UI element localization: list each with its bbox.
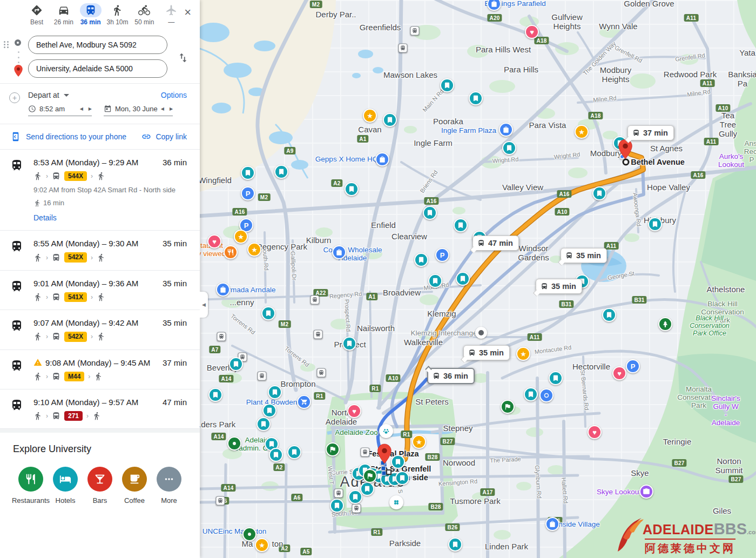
- route-option-5[interactable]: 9:08 AM (Monday) – 9:45 AM37 min›M44›: [0, 350, 200, 389]
- train-station-icon[interactable]: [310, 295, 320, 305]
- favorite-heart-pin[interactable]: ♥: [588, 425, 602, 439]
- route-duration-badge[interactable]: 37 min: [627, 125, 674, 140]
- saved-place-pin[interactable]: [383, 113, 397, 127]
- starred-pin[interactable]: ★: [255, 538, 269, 552]
- date-next-button[interactable]: ▶: [170, 106, 173, 111]
- green-dot-pin[interactable]: [242, 527, 256, 541]
- saved-place-pin[interactable]: [262, 404, 276, 418]
- starred-pin[interactable]: ★: [575, 125, 589, 139]
- green-dot-pin[interactable]: [227, 436, 241, 451]
- red-location-pin[interactable]: [618, 138, 633, 160]
- route-duration-badge[interactable]: 35 min: [561, 248, 607, 263]
- favorite-heart-pin[interactable]: ♥: [207, 234, 221, 248]
- saved-place-pin[interactable]: [342, 337, 356, 351]
- starred-pin[interactable]: ★: [412, 435, 426, 449]
- origin-input[interactable]: [28, 36, 167, 54]
- saved-place-pin[interactable]: [287, 445, 301, 459]
- saved-place-pin[interactable]: [440, 78, 454, 92]
- blue-poi-pin[interactable]: [539, 388, 554, 402]
- shopping-pin[interactable]: [216, 283, 230, 297]
- shopping-pin[interactable]: [545, 517, 559, 531]
- saved-place-pin[interactable]: [524, 387, 538, 401]
- explore-category-coffee[interactable]: Coffee: [118, 467, 151, 505]
- park-office-pin[interactable]: [658, 317, 672, 331]
- saved-place-pin[interactable]: [256, 417, 271, 431]
- shopping-pin[interactable]: [499, 123, 513, 137]
- saved-place-pin[interactable]: [454, 218, 468, 232]
- travel-mode-best[interactable]: Best: [25, 3, 49, 26]
- map-canvas[interactable]: Derby Par..GreenfieldsMawson LakesPoorak…: [200, 0, 756, 558]
- saved-place-pin[interactable]: [469, 91, 483, 105]
- shopping-pin[interactable]: [375, 152, 389, 166]
- explore-category-restaurants[interactable]: Restaurants: [14, 467, 48, 505]
- transit-stop-square[interactable]: [386, 469, 392, 475]
- starred-pin[interactable]: ★: [247, 243, 261, 257]
- explore-category-bars[interactable]: Bars: [83, 467, 117, 505]
- drag-handle-icon[interactable]: [4, 41, 11, 46]
- flag-pin[interactable]: [363, 469, 377, 483]
- parking-pin[interactable]: P: [435, 248, 449, 262]
- saved-place-pin[interactable]: [423, 206, 437, 220]
- copy-link-button[interactable]: Copy link: [141, 132, 187, 142]
- saved-place-pin[interactable]: [345, 182, 359, 196]
- interchange-stop-icon[interactable]: [475, 327, 487, 339]
- depart-at-dropdown[interactable]: Depart at: [28, 91, 59, 99]
- garden-pin[interactable]: [389, 495, 403, 509]
- saved-place-pin[interactable]: [648, 217, 662, 231]
- route-duration-badge[interactable]: 35 min: [463, 345, 510, 360]
- route-details-link[interactable]: Details: [33, 213, 57, 222]
- train-station-icon[interactable]: [216, 496, 225, 506]
- saved-place-pin[interactable]: [391, 455, 405, 469]
- saved-place-pin[interactable]: [269, 448, 283, 462]
- saved-place-pin[interactable]: [261, 306, 275, 320]
- route-option-6[interactable]: 9:10 AM (Monday) – 9:57 AM47 min›271›: [0, 389, 200, 429]
- route-duration-badge[interactable]: 35 min: [536, 279, 582, 294]
- options-link[interactable]: Options: [161, 91, 187, 99]
- date-stepper[interactable]: Mon, 30 June ◀▶: [104, 105, 173, 116]
- favorite-heart-pin[interactable]: ♥: [347, 404, 361, 418]
- zoo-paw-pin[interactable]: [379, 424, 393, 438]
- train-station-icon[interactable]: [334, 489, 343, 498]
- saved-place-pin[interactable]: [241, 166, 255, 180]
- route-option-1[interactable]: 8:53 AM (Monday) – 9:29 AM36 min›544X›9:…: [0, 150, 200, 231]
- transit-stop-dot[interactable]: [381, 466, 386, 471]
- restaurant-pin[interactable]: [224, 245, 238, 259]
- saved-place-pin[interactable]: [448, 537, 462, 552]
- starred-pin[interactable]: ★: [516, 347, 530, 361]
- saved-place-pin[interactable]: [395, 471, 409, 485]
- travel-mode-3h-10m[interactable]: 3h 10m: [105, 3, 129, 26]
- travel-mode-50-min[interactable]: 50 min: [132, 3, 156, 26]
- destination-input[interactable]: [28, 59, 167, 78]
- travel-mode-36-min[interactable]: 36 min: [79, 3, 103, 26]
- explore-category-more[interactable]: More: [152, 467, 186, 505]
- shopping-pin[interactable]: [332, 245, 346, 259]
- saved-place-pin[interactable]: [268, 385, 282, 399]
- close-directions-button[interactable]: ×: [183, 3, 192, 18]
- train-station-icon[interactable]: [317, 368, 326, 378]
- saved-place-pin[interactable]: [549, 371, 563, 385]
- saved-place-pin[interactable]: [592, 186, 606, 200]
- red-location-pin[interactable]: [377, 443, 392, 465]
- train-station-icon[interactable]: [410, 26, 420, 36]
- favorite-heart-pin[interactable]: ♥: [525, 25, 539, 39]
- route-option-3[interactable]: 9:01 AM (Monday) – 9:36 AM35 min›541X›: [0, 271, 200, 310]
- travel-mode-26-min[interactable]: 26 min: [52, 3, 76, 26]
- lookout-camera-pin[interactable]: [639, 485, 653, 499]
- saved-place-pin[interactable]: [428, 274, 442, 288]
- collapse-sidebar-button[interactable]: ◀: [200, 292, 208, 318]
- add-destination-icon[interactable]: +: [9, 92, 20, 103]
- time-next-button[interactable]: ▶: [89, 106, 92, 111]
- flag-pin[interactable]: [326, 442, 340, 456]
- selected-route-duration-badge[interactable]: 36 min: [427, 368, 475, 384]
- starred-pin[interactable]: ★: [363, 109, 377, 123]
- train-station-icon[interactable]: [258, 372, 267, 381]
- route-duration-badge[interactable]: 47 min: [473, 236, 519, 251]
- time-prev-button[interactable]: ◀: [80, 106, 83, 111]
- saved-place-pin[interactable]: [414, 253, 428, 267]
- train-station-icon[interactable]: [217, 332, 226, 341]
- flag-pin[interactable]: [501, 400, 515, 414]
- send-to-phone-button[interactable]: Send directions to your phone: [11, 132, 126, 142]
- starred-pin[interactable]: ★: [234, 230, 248, 244]
- saved-place-pin[interactable]: [502, 141, 516, 155]
- saved-place-pin[interactable]: [348, 490, 362, 504]
